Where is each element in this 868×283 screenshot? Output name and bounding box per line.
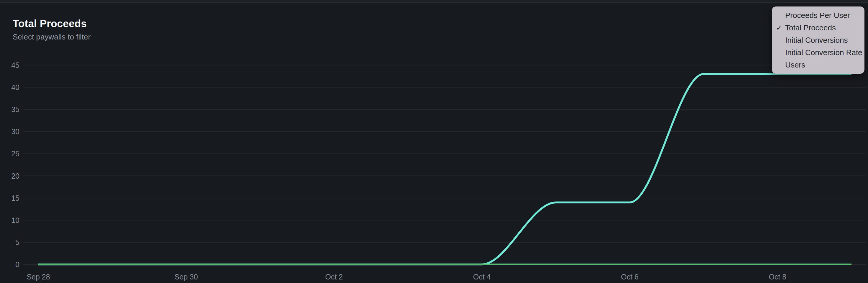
y-tick-label: 30 xyxy=(11,127,20,135)
y-tick-label: 20 xyxy=(11,172,20,180)
x-tick-label: Sep 28 xyxy=(27,273,50,281)
total-proceeds-chart[interactable]: 051015202530354045Sep 28Sep 30Oct 2Oct 4… xyxy=(0,0,868,283)
menu-item-label: Users xyxy=(785,60,805,69)
metric-select-menu: Proceeds Per User✓Total ProceedsInitial … xyxy=(772,6,865,74)
y-tick-label: 5 xyxy=(16,238,20,247)
menu-item-label: Proceeds Per User xyxy=(785,11,850,20)
menu-item-total-proceeds[interactable]: ✓Total Proceeds xyxy=(772,22,865,34)
x-tick-label: Oct 8 xyxy=(769,273,786,281)
y-tick-label: 40 xyxy=(11,83,20,91)
y-tick-label: 45 xyxy=(11,61,20,69)
check-icon: ✓ xyxy=(776,22,782,34)
x-tick-label: Oct 4 xyxy=(473,273,491,281)
x-tick-label: Oct 2 xyxy=(325,273,343,281)
x-tick-label: Oct 6 xyxy=(621,273,639,281)
menu-item-label: Total Proceeds xyxy=(785,23,836,32)
y-tick-label: 25 xyxy=(11,150,20,158)
series-line-total-proceeds xyxy=(38,74,851,264)
menu-item-proceeds-per-user[interactable]: Proceeds Per User xyxy=(772,9,865,22)
menu-item-initial-conversions[interactable]: Initial Conversions xyxy=(772,34,865,46)
y-tick-label: 35 xyxy=(11,105,20,114)
x-tick-label: Sep 30 xyxy=(175,273,198,281)
menu-item-initial-conversion-rate[interactable]: Initial Conversion Rate xyxy=(772,46,865,59)
y-tick-label: 10 xyxy=(11,216,20,224)
y-tick-label: 15 xyxy=(11,194,20,202)
menu-item-label: Initial Conversion Rate xyxy=(785,48,862,57)
menu-item-users[interactable]: Users xyxy=(772,59,865,71)
menu-item-label: Initial Conversions xyxy=(785,36,848,44)
y-tick-label: 0 xyxy=(16,260,20,269)
